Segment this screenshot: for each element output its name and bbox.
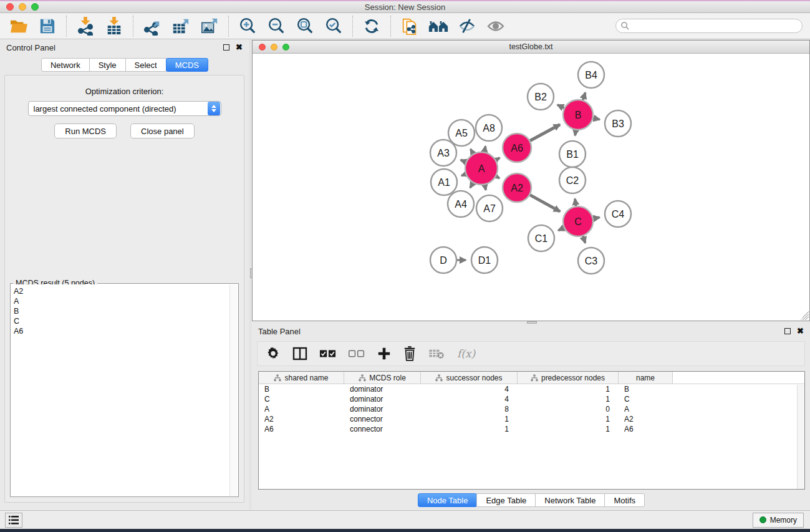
tab-select[interactable]: Select <box>125 58 166 72</box>
run-mcds-button[interactable]: Run MCDS <box>54 123 117 138</box>
node-table[interactable]: shared nameMCDS rolesuccessor nodesprede… <box>258 371 805 490</box>
select-all-checks-icon[interactable] <box>320 346 336 362</box>
column-header-predecessor-nodes[interactable]: predecessor nodes <box>518 372 619 384</box>
tab-network[interactable]: Network <box>41 58 90 72</box>
float-table-panel-icon[interactable] <box>784 328 791 334</box>
criterion-dropdown[interactable]: largest connected component (directed) <box>28 101 221 116</box>
search-text-field[interactable] <box>630 22 802 31</box>
table-row[interactable]: A6connector11A6 <box>259 424 804 434</box>
hide-selected-button[interactable] <box>457 16 477 36</box>
mcds-result-item[interactable]: C <box>14 316 229 326</box>
tab-edge-table[interactable]: Edge Table <box>476 493 536 507</box>
close-panel-icon[interactable]: ✖ <box>236 44 243 51</box>
save-session-button[interactable] <box>37 16 57 36</box>
node-D[interactable]: D <box>430 247 456 273</box>
node-C[interactable]: C <box>563 206 593 236</box>
node-B[interactable]: B <box>563 100 593 130</box>
deselect-all-checks-icon[interactable] <box>349 346 365 362</box>
node-C3[interactable]: C3 <box>578 248 604 274</box>
network-window-titlebar[interactable]: testGlobe.txt <box>253 41 809 54</box>
node-A4[interactable]: A4 <box>448 191 474 217</box>
column-header-shared-name[interactable]: shared name <box>259 372 344 384</box>
shared-column-icon <box>274 374 281 382</box>
open-file-button[interactable] <box>9 16 29 36</box>
column-header-successor-nodes[interactable]: successor nodes <box>421 372 518 384</box>
first-neighbors-button[interactable] <box>428 16 448 36</box>
node-A8[interactable]: A8 <box>476 115 502 141</box>
network-graph[interactable]: AA1A3A4A5A7A8A6A2BB1B2B3B4CC1C2C3C4DD1 <box>253 54 809 321</box>
mcds-result-item[interactable]: A6 <box>14 326 229 336</box>
mcds-result-item[interactable]: A2 <box>14 286 229 296</box>
node-A6[interactable]: A6 <box>503 133 531 162</box>
network-canvas[interactable]: AA1A3A4A5A7A8A6A2BB1B2B3B4CC1C2C3C4DD1 <box>253 54 809 321</box>
show-all-button[interactable] <box>486 16 506 36</box>
node-B4[interactable]: B4 <box>578 62 604 88</box>
table-row[interactable]: Adominator80A <box>259 404 804 414</box>
node-A7[interactable]: A7 <box>476 195 503 221</box>
network-from-selection-button[interactable] <box>400 16 420 36</box>
memory-button[interactable]: Memory <box>753 513 804 528</box>
mcds-result-item[interactable]: B <box>14 306 229 316</box>
node-A1[interactable]: A1 <box>431 169 457 195</box>
mcds-result-item[interactable]: A <box>14 296 229 306</box>
node-B1[interactable]: B1 <box>559 141 586 167</box>
delete-table-button[interactable] <box>428 346 445 362</box>
node-C4[interactable]: C4 <box>605 201 631 227</box>
delete-column-button[interactable] <box>403 346 416 362</box>
node-D1[interactable]: D1 <box>471 247 498 273</box>
mcds-result-list[interactable]: A2ABCA6 <box>11 284 229 496</box>
table-settings-button[interactable] <box>266 346 280 362</box>
zoom-in-button[interactable] <box>238 16 258 36</box>
import-network-button[interactable] <box>75 16 95 36</box>
table-cell: A6 <box>259 425 344 433</box>
tab-mcds[interactable]: MCDS <box>166 58 208 72</box>
table-row[interactable]: A2connector11A2 <box>259 414 804 424</box>
shared-column-icon <box>359 374 366 382</box>
table-panel-title: Table Panel <box>258 327 301 336</box>
export-table-button[interactable] <box>171 16 191 36</box>
table-cell: 4 <box>421 385 518 394</box>
window-titlebar[interactable]: Session: New Session <box>0 1 810 13</box>
node-A5[interactable]: A5 <box>448 120 475 146</box>
edge-A2-C[interactable] <box>528 194 560 211</box>
mcds-list-scrollbar[interactable] <box>229 284 238 496</box>
task-history-button[interactable] <box>5 513 22 528</box>
function-builder-button[interactable]: f(x) <box>457 346 475 362</box>
search-input[interactable] <box>615 19 803 33</box>
column-selector-button[interactable] <box>292 346 307 362</box>
network-resize-grip[interactable] <box>800 311 809 320</box>
import-table-button[interactable] <box>104 16 124 36</box>
svg-text:A2: A2 <box>511 183 523 193</box>
task-list-icon <box>9 516 19 525</box>
add-column-button[interactable] <box>377 346 391 362</box>
edge-A6-B[interactable] <box>528 125 560 142</box>
refresh-button[interactable] <box>362 16 382 36</box>
column-header-MCDS-role[interactable]: MCDS role <box>344 372 421 384</box>
table-scrollbar[interactable] <box>797 385 804 489</box>
node-A[interactable]: A <box>465 152 498 185</box>
float-panel-icon[interactable] <box>223 44 229 51</box>
node-A3[interactable]: A3 <box>430 140 456 166</box>
tab-network-table[interactable]: Network Table <box>535 493 605 507</box>
tab-style[interactable]: Style <box>89 58 126 72</box>
zoom-out-button[interactable] <box>266 16 286 36</box>
table-row[interactable]: Cdominator41C <box>259 394 804 404</box>
svg-text:A: A <box>478 163 485 174</box>
tab-motifs[interactable]: Motifs <box>604 493 645 507</box>
node-C2[interactable]: C2 <box>559 167 586 193</box>
table-cell: C <box>619 395 673 404</box>
node-table-body: Bdominator41BCdominator41CAdominator80AA… <box>259 384 804 434</box>
close-table-panel-icon[interactable]: ✖ <box>797 328 804 334</box>
node-C1[interactable]: C1 <box>528 225 554 251</box>
close-panel-button[interactable]: Close panel <box>130 123 195 138</box>
column-header-name[interactable]: name <box>619 372 673 384</box>
tab-node-table[interactable]: Node Table <box>418 493 478 507</box>
export-network-button[interactable] <box>142 16 162 36</box>
export-image-button[interactable] <box>200 16 219 36</box>
zoom-selected-button[interactable] <box>324 16 344 36</box>
table-row[interactable]: Bdominator41B <box>259 384 804 394</box>
node-B2[interactable]: B2 <box>528 84 554 110</box>
zoom-fit-button[interactable] <box>295 16 315 36</box>
node-A2[interactable]: A2 <box>503 173 531 202</box>
node-B3[interactable]: B3 <box>605 110 631 137</box>
